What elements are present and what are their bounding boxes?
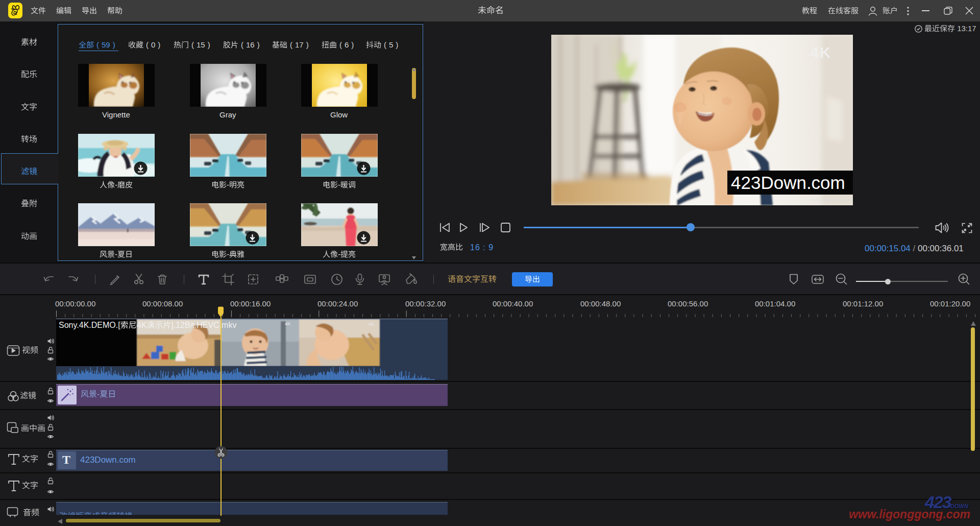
svg-text:4K: 4K [369, 322, 375, 327]
svg-text:4K: 4K [137, 321, 147, 329]
svg-text:-: - [97, 390, 100, 398]
svg-text:4K: 4K [285, 321, 291, 326]
svg-text:].12Bit.HEVC.mkv: ].12Bit.HEVC.mkv [171, 321, 236, 329]
svg-text:Sony.4K.DEMO.[: Sony.4K.DEMO.[ [59, 321, 120, 329]
